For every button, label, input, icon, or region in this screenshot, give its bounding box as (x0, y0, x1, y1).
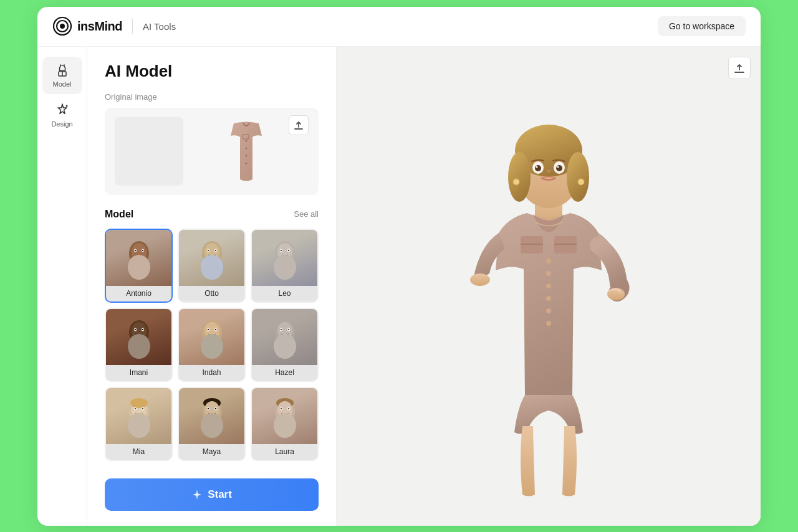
model-face-laura (252, 388, 317, 444)
logo-icon (52, 16, 72, 36)
model-name-imani: Imani (106, 365, 171, 381)
svg-point-85 (535, 165, 541, 171)
svg-point-24 (214, 249, 216, 250)
svg-point-97 (546, 283, 551, 288)
main-body: Model Design AI Model Original image (37, 47, 761, 526)
svg-point-77 (274, 413, 296, 438)
svg-point-32 (274, 255, 296, 280)
model-name-leo: Leo (252, 286, 317, 302)
upload-button[interactable] (289, 115, 309, 135)
model-card-maya[interactable]: Maya (178, 387, 246, 461)
model-card-antonio[interactable]: Antonio (105, 229, 173, 303)
page-title: AI Model (105, 62, 319, 81)
model-name-antonio: Antonio (106, 286, 171, 302)
content-panel: AI Model Original image (87, 47, 337, 526)
svg-point-23 (207, 249, 208, 250)
model-name-indah: Indah (179, 365, 244, 381)
svg-rect-92 (554, 236, 577, 254)
svg-point-81 (508, 152, 531, 202)
svg-point-53 (274, 334, 296, 359)
logo-text: insMind (77, 19, 122, 34)
svg-point-100 (546, 321, 551, 326)
preview-panel (337, 47, 761, 526)
model-face-imani (106, 309, 171, 365)
model-name-hazel: Hazel (252, 365, 317, 381)
svg-point-59 (134, 407, 135, 409)
preview-upload-button[interactable] (728, 57, 751, 79)
svg-point-101 (470, 273, 490, 286)
model-name-maya: Maya (179, 444, 244, 460)
header-divider (132, 19, 133, 34)
see-all-link[interactable]: See all (294, 209, 319, 219)
svg-point-96 (546, 271, 551, 276)
svg-point-56 (130, 398, 148, 408)
svg-point-18 (128, 255, 150, 280)
model-card-laura[interactable]: Laura (251, 387, 319, 461)
svg-point-89 (513, 179, 519, 185)
model-card-leo[interactable]: Leo (251, 229, 319, 303)
svg-rect-91 (521, 236, 543, 254)
model-face-leo (252, 230, 317, 286)
upload-icon (294, 120, 304, 130)
model-face-mia (106, 388, 171, 444)
svg-point-25 (201, 255, 223, 280)
svg-point-51 (280, 328, 281, 330)
model-card-otto[interactable]: Otto (178, 229, 246, 303)
model-icon (55, 63, 70, 78)
sidebar-model-label: Model (53, 80, 72, 88)
svg-point-68 (214, 407, 216, 409)
svg-point-2 (60, 24, 65, 29)
goto-workspace-button[interactable]: Go to workspace (658, 16, 746, 36)
model-card-hazel[interactable]: Hazel (251, 308, 319, 382)
model-face-otto (179, 230, 244, 286)
svg-point-52 (287, 328, 289, 330)
start-label: Start (208, 488, 232, 501)
svg-point-9 (245, 162, 247, 164)
svg-point-37 (134, 328, 135, 330)
svg-point-46 (201, 334, 223, 359)
logo: insMind (52, 16, 122, 36)
sidebar: Model Design (37, 47, 87, 526)
svg-point-99 (546, 308, 551, 313)
svg-point-6 (245, 140, 247, 141)
model-name-mia: Mia (106, 444, 171, 460)
model-section-title: Model (105, 209, 133, 220)
design-icon (55, 103, 70, 118)
header-left: insMind AI Tools (52, 16, 176, 36)
original-image-box (105, 108, 319, 195)
preview-upload-icon (734, 62, 745, 74)
svg-point-95 (546, 259, 551, 264)
model-card-indah[interactable]: Indah (178, 308, 246, 382)
original-image-label: Original image (105, 92, 319, 102)
model-card-imani[interactable]: Imani (105, 308, 173, 382)
model-card-mia[interactable]: Mia (105, 387, 173, 461)
app-container: insMind AI Tools Go to workspace Model (37, 7, 761, 526)
svg-point-16 (134, 249, 135, 250)
svg-point-76 (287, 407, 289, 409)
model-name-laura: Laura (252, 444, 317, 460)
model-face-maya (179, 388, 244, 444)
svg-point-7 (245, 147, 247, 149)
model-name-otto: Otto (179, 286, 244, 302)
image-placeholder (115, 117, 183, 186)
model-face-hazel (252, 309, 317, 365)
start-button[interactable]: Start (105, 478, 319, 511)
svg-point-67 (207, 407, 208, 409)
svg-point-31 (287, 249, 289, 250)
sidebar-design-label: Design (51, 120, 72, 128)
sidebar-item-model[interactable]: Model (42, 57, 82, 94)
svg-point-90 (578, 179, 584, 185)
sidebar-item-design[interactable]: Design (42, 97, 82, 134)
svg-point-5 (65, 105, 67, 107)
svg-point-98 (546, 296, 551, 301)
header-subtitle: AI Tools (143, 21, 176, 32)
header: insMind AI Tools Go to workspace (37, 7, 761, 47)
svg-point-69 (201, 413, 223, 438)
preview-model-svg (418, 96, 680, 526)
model-face-antonio (106, 230, 171, 286)
model-grid: Antonio (105, 229, 319, 461)
svg-point-88 (557, 166, 559, 168)
svg-point-17 (142, 249, 143, 250)
svg-point-60 (142, 407, 143, 409)
svg-point-82 (567, 152, 589, 202)
